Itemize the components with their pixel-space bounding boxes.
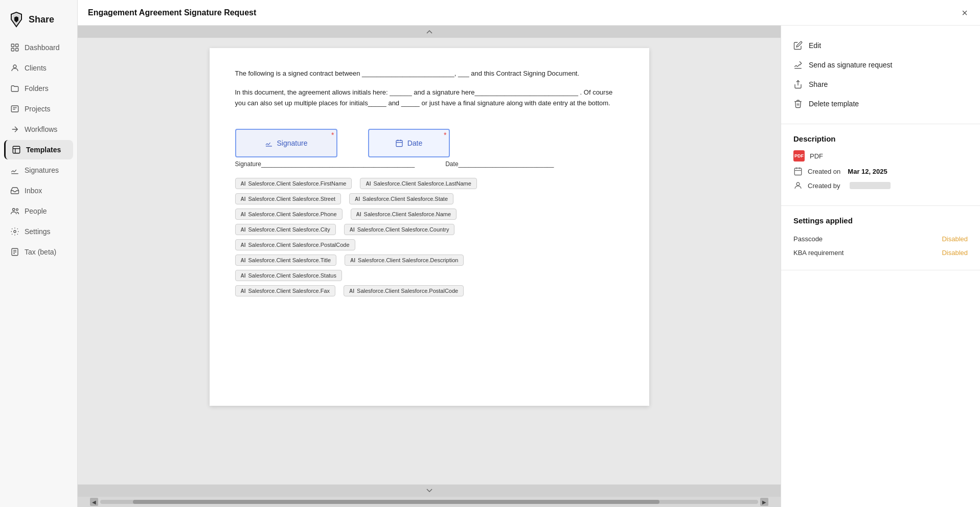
sf-chip: AISalesforce.Client Salesforce.Street bbox=[235, 193, 341, 204]
sidebar-item-label: Settings bbox=[25, 227, 51, 236]
sidebar-item-settings[interactable]: Settings bbox=[4, 222, 73, 241]
passcode-row: Passcode Disabled bbox=[793, 232, 968, 246]
templates-icon bbox=[12, 145, 21, 154]
sidebar-item-label: Projects bbox=[25, 105, 51, 113]
sf-chip: AISalesforce.Client Salesforce.City bbox=[235, 224, 336, 235]
date-box-icon bbox=[395, 139, 403, 147]
sidebar-item-folders[interactable]: Folders bbox=[4, 79, 73, 98]
svg-rect-2 bbox=[11, 49, 14, 51]
scroll-track[interactable] bbox=[100, 500, 758, 504]
send-signature-action[interactable]: Send as signature request bbox=[793, 55, 968, 75]
sidebar-item-tax[interactable]: Tax (beta) bbox=[4, 242, 73, 262]
sidebar-item-people[interactable]: People bbox=[4, 201, 73, 221]
sidebar-item-inbox[interactable]: Inbox bbox=[4, 181, 73, 200]
date-box[interactable]: Date * bbox=[368, 129, 450, 157]
sf-row: AISalesforce.Client Salesforce.City AISa… bbox=[235, 224, 624, 235]
sidebar-item-projects[interactable]: Projects bbox=[4, 99, 73, 119]
sf-chip: AISalesforce.Client Salesforce.State bbox=[349, 193, 453, 204]
sf-chip: AISalesforce.Client Salesforce.Descripti… bbox=[345, 255, 464, 266]
person-icon bbox=[793, 181, 803, 190]
delete-template-label: Delete template bbox=[809, 100, 859, 108]
svg-rect-5 bbox=[11, 106, 18, 112]
date-field-wrapper: Date * bbox=[368, 129, 450, 157]
modal-header: Engagement Agreement Signature Request × bbox=[78, 0, 980, 26]
svg-rect-1 bbox=[16, 44, 18, 47]
description-title: Description bbox=[793, 134, 968, 143]
document-area: The following is a signed contract betwe… bbox=[78, 26, 781, 507]
edit-action[interactable]: Edit bbox=[793, 36, 968, 55]
sidebar-item-workflows[interactable]: Workflows bbox=[4, 120, 73, 139]
svg-rect-8 bbox=[13, 146, 20, 153]
kba-value: Disabled bbox=[942, 249, 968, 257]
svg-rect-3 bbox=[16, 49, 18, 51]
sidebar-item-dashboard[interactable]: Dashboard bbox=[4, 38, 73, 57]
sf-chip: AISalesforce.Client Salesforce.Name bbox=[351, 209, 457, 220]
share-action[interactable]: Share bbox=[793, 75, 968, 94]
sidebar-item-templates[interactable]: Templates bbox=[4, 140, 73, 159]
svg-point-14 bbox=[14, 231, 16, 233]
sf-row: AISalesforce.Client Salesforce.FirstName… bbox=[235, 178, 624, 189]
file-type-label: PDF bbox=[810, 152, 823, 160]
sidebar-item-label: Inbox bbox=[25, 187, 42, 195]
sidebar-item-clients[interactable]: Clients bbox=[4, 58, 73, 78]
edit-label: Edit bbox=[809, 41, 821, 50]
projects-icon bbox=[10, 104, 19, 113]
signature-required-star: * bbox=[331, 131, 334, 139]
sidebar: Share Dashboard Clients Folders Projects… bbox=[0, 0, 78, 507]
sf-row: AISalesforce.Client Salesforce.Status bbox=[235, 270, 624, 281]
doc-paragraph-2: In this document, the agreement allows i… bbox=[235, 87, 624, 109]
svg-point-12 bbox=[13, 209, 15, 211]
share-icon bbox=[793, 80, 803, 89]
delete-icon bbox=[793, 99, 803, 108]
scroll-down-arrow[interactable] bbox=[78, 485, 781, 497]
svg-point-30 bbox=[796, 182, 800, 186]
delete-template-action[interactable]: Delete template bbox=[793, 94, 968, 113]
modal-title: Engagement Agreement Signature Request bbox=[88, 8, 256, 17]
scroll-up-arrow[interactable] bbox=[78, 26, 781, 38]
date-line: Date____________________________ bbox=[445, 160, 554, 168]
kba-row: KBA requirement Disabled bbox=[793, 246, 968, 260]
doc-paragraph-1: The following is a signed contract betwe… bbox=[235, 68, 624, 79]
signature-line: Signature_______________________________… bbox=[235, 160, 415, 168]
created-on-row: Created on Mar 12, 2025 bbox=[793, 167, 968, 176]
sf-row: AISalesforce.Client Salesforce.Title AIS… bbox=[235, 255, 624, 266]
sidebar-item-label: Signatures bbox=[25, 166, 59, 174]
svg-point-4 bbox=[13, 65, 16, 68]
created-on-label: Created on bbox=[808, 168, 840, 175]
sidebar-item-signatures[interactable]: Signatures bbox=[4, 160, 73, 180]
document-scroll[interactable]: The following is a signed contract betwe… bbox=[78, 38, 781, 485]
sidebar-item-label: Workflows bbox=[25, 125, 57, 133]
send-signature-label: Send as signature request bbox=[809, 61, 892, 69]
sidebar-item-label: Clients bbox=[25, 64, 47, 72]
horizontal-scrollbar[interactable]: ◀ ▶ bbox=[78, 497, 781, 507]
document-page: The following is a signed contract betwe… bbox=[210, 48, 649, 406]
sf-chip: AISalesforce.Client Salesforce.Title bbox=[235, 255, 337, 266]
sidebar-item-label: Dashboard bbox=[25, 43, 60, 52]
main-area: Engagement Agreement Signature Request ×… bbox=[78, 0, 980, 507]
scroll-left-arrow[interactable]: ◀ bbox=[90, 498, 98, 506]
sidebar-item-label: Tax (beta) bbox=[25, 248, 56, 256]
edit-icon bbox=[793, 41, 803, 50]
app-logo: Share bbox=[0, 6, 77, 38]
sidebar-item-label: Folders bbox=[25, 84, 49, 93]
svg-rect-20 bbox=[396, 141, 402, 147]
scroll-right-arrow[interactable]: ▶ bbox=[760, 498, 768, 506]
folders-icon bbox=[10, 84, 19, 93]
pdf-badge: PDF bbox=[793, 150, 805, 162]
settings-section: Settings applied Passcode Disabled KBA r… bbox=[781, 206, 980, 270]
scroll-thumb[interactable] bbox=[133, 500, 659, 504]
people-icon bbox=[10, 206, 19, 216]
file-type-row: PDF PDF bbox=[793, 150, 968, 162]
passcode-value: Disabled bbox=[942, 235, 968, 243]
close-button[interactable]: × bbox=[960, 6, 970, 20]
tax-icon bbox=[10, 247, 19, 257]
send-signature-icon bbox=[793, 60, 803, 70]
signature-box[interactable]: Signature * bbox=[235, 129, 337, 157]
sidebar-item-label: Templates bbox=[26, 146, 61, 154]
sf-chip: AISalesforce.Client Salesforce.Fax bbox=[235, 285, 336, 296]
settings-icon bbox=[10, 227, 19, 236]
app-name: Share bbox=[29, 14, 54, 25]
salesforce-fields: AISalesforce.Client Salesforce.FirstName… bbox=[235, 178, 624, 296]
clients-icon bbox=[10, 63, 19, 73]
sf-chip: AISalesforce.Client Salesforce.Phone bbox=[235, 209, 343, 220]
